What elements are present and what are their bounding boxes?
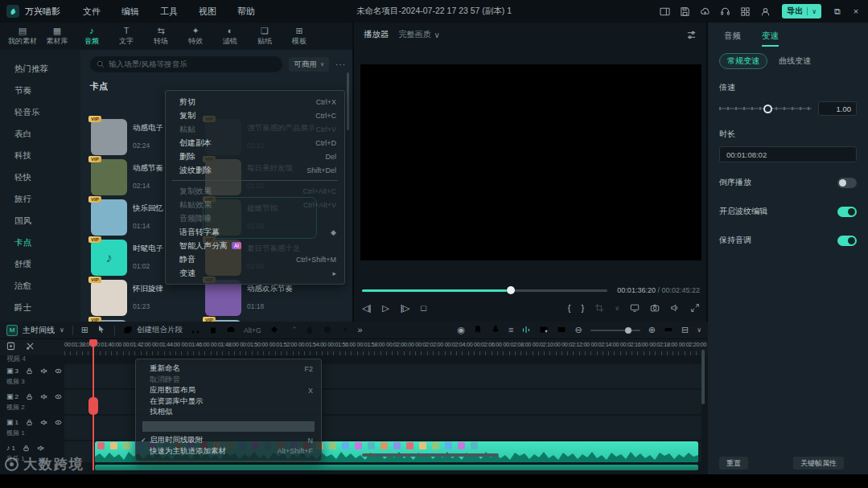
lock-icon[interactable] [26,419,33,426]
category-item[interactable]: 热门推荐 [0,58,80,80]
context-menu-item[interactable]: 变速 ▸ [166,266,344,280]
beat-marker[interactable] [110,442,117,449]
freeze-frame-icon[interactable] [323,325,332,336]
mute-speaker-icon[interactable] [40,393,47,400]
music-list-scrollbar[interactable] [347,72,349,130]
context-menu-item[interactable]: ✓ 启用时间线吸附 N [136,435,321,446]
auto-reframe-icon[interactable] [557,325,566,336]
context-menu-item[interactable]: 粘贴效果 Ctrl+Alt+V [166,198,344,211]
fit-timeline-icon[interactable] [664,325,673,336]
video-viewport[interactable] [360,64,701,260]
quality-dropdown[interactable]: 完整画质 ∨ [399,29,440,40]
save-icon[interactable] [678,5,691,18]
beat-marker[interactable] [393,442,401,449]
crop-icon[interactable] [594,303,604,313]
stop-button[interactable]: □ [421,303,426,313]
audio-subtrack-strip[interactable] [95,465,698,470]
mute-speaker-icon[interactable] [37,445,44,452]
playhead-grab-handle[interactable] [88,397,98,415]
adjust-sliders-icon[interactable] [686,30,697,40]
layout-icon[interactable] [658,5,671,18]
media-tab[interactable]: ⊞ 模板 [285,23,314,49]
context-menu-item[interactable]: 智能人声分离 AI [166,239,344,252]
export-dropdown-caret[interactable]: ∨ [812,8,817,15]
timeline-vertical-scrollbar[interactable] [701,350,705,404]
apps-grid-icon[interactable] [738,5,751,18]
menu-item[interactable]: 帮助 [237,6,255,18]
user-avatar-icon[interactable] [759,5,771,18]
speed-gauge-icon[interactable] [226,325,236,336]
fullscreen-icon[interactable] [690,303,700,313]
mark-out-button[interactable]: } [581,303,584,313]
keyframe-properties-button[interactable]: 关键帧属性 [793,457,844,470]
context-menu-item[interactable]: 静音 Ctrl+Shift+M [166,252,344,266]
beat-marker[interactable] [458,442,465,449]
media-tab[interactable]: ♪ 音频 [77,23,106,49]
visibility-eye-icon[interactable] [55,393,62,400]
context-menu-item[interactable]: 取消静音 [136,375,321,386]
timeline-ruler[interactable]: 00:01:38:0000:01:40:0000:01:42:0000:01:4… [0,339,708,355]
playhead[interactable] [93,339,94,470]
seek-bar[interactable] [362,289,607,292]
create-compound-clip-button[interactable]: 创建组合片段 [123,325,183,336]
context-menu-item[interactable]: 剪切 Ctrl+X [166,95,344,109]
zoom-out-icon[interactable]: ⊖ [574,326,582,334]
prev-frame-button[interactable]: ◁| [362,303,371,314]
chevron-down-icon[interactable]: ∨ [615,305,619,312]
media-tab[interactable]: ⇆ 转场 [146,23,175,49]
razor-icon[interactable] [26,342,35,351]
context-menu-item[interactable]: 找相似 [136,407,321,418]
speed-value-input[interactable]: 1.00 [818,101,857,116]
add-track-icon[interactable] [6,342,15,351]
context-menu-item[interactable]: 音频降噪 [166,211,344,225]
screen-record-icon[interactable] [539,325,549,336]
lock-icon[interactable] [26,393,33,400]
chevron-down-icon[interactable]: ∨ [697,327,701,334]
beat-marker[interactable] [381,442,388,449]
keyframe-diamond-icon[interactable] [269,325,279,336]
beat-marker[interactable] [445,442,452,449]
playhead-head[interactable] [89,339,97,345]
properties-tab[interactable]: 变速 [762,31,779,47]
snapshot-camera-icon[interactable] [650,303,660,313]
timeline-mode-dropdown[interactable]: M 主时间线 ∨ [6,325,64,336]
license-filter-dropdown[interactable]: 可商用 ∨ [289,57,329,72]
support-headset-icon[interactable] [718,5,731,18]
category-item[interactable]: 轻音乐 [0,101,80,123]
reset-button[interactable]: 重置 [719,457,748,470]
beat-marker[interactable] [123,442,130,449]
voiceover-mic-icon[interactable] [491,325,500,336]
track-height-icon[interactable]: ⊟ [681,326,689,334]
duration-input[interactable]: 00:01:08:02 [719,146,857,162]
speed-mode-option[interactable]: 常规变速 [719,53,767,69]
chroma-key-icon[interactable] [305,325,315,336]
context-menu-item[interactable]: 应用数据布局 X [136,385,321,396]
category-item[interactable]: 国风 [0,210,80,232]
next-frame-button[interactable]: |▷ [401,303,409,314]
speed-slider-handle[interactable] [763,105,772,113]
properties-tab[interactable]: 音频 [724,31,741,47]
category-item[interactable]: 轻快 [0,166,80,188]
speed-slider[interactable] [719,108,812,109]
mute-speaker-icon[interactable] [40,419,47,426]
menu-item[interactable]: 编辑 [121,6,139,18]
context-menu-item[interactable]: 波纹删除 Shift+Del [166,163,344,177]
category-item[interactable]: 旅行 [0,188,80,210]
context-menu-item[interactable]: 重新命名 F2 [136,363,321,375]
zoom-in-icon[interactable]: ⊕ [648,326,656,334]
mute-speaker-icon[interactable] [40,367,47,375]
category-item[interactable]: 节奏 [0,80,80,101]
beat-marker[interactable] [419,442,426,449]
category-item[interactable]: 治愈 [0,275,80,297]
context-menu-item[interactable]: 粘贴 Ctrl+V [166,122,344,136]
beat-marker[interactable] [355,442,362,449]
play-button[interactable]: ▷ [382,303,389,314]
search-input[interactable]: 输入场景/风格等搜音乐 [90,56,282,72]
context-menu-item[interactable]: 复制效果 Ctrl+Alt+C [166,184,344,198]
lock-icon[interactable] [23,445,30,452]
cloud-upload-icon[interactable] [698,5,711,18]
toggle-switch[interactable] [837,178,857,188]
context-menu-item[interactable]: 语音转字幕 ◆ [166,225,344,239]
mark-in-button[interactable]: { [568,303,571,313]
volume-icon[interactable] [670,303,680,313]
